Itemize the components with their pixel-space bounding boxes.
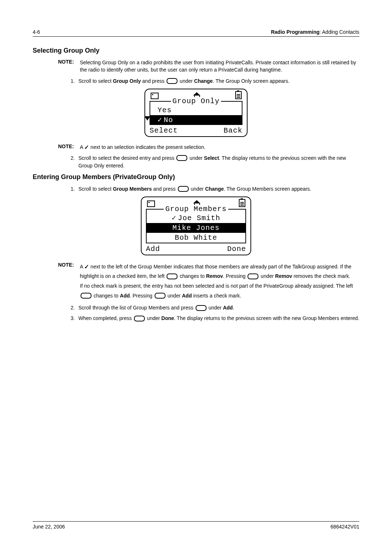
step-2: Scroll to select the desired entry and p… bbox=[76, 154, 359, 170]
softkey-icon bbox=[167, 274, 177, 279]
step-gm-1: Scroll to select Group Members and press… bbox=[76, 185, 359, 193]
section-entering-group-members: Entering Group Members (PrivateGroup Onl… bbox=[33, 173, 359, 181]
softkey-left: Add bbox=[146, 245, 160, 253]
option-yes: Yes bbox=[150, 105, 242, 115]
note-group-member-check: NOTE: A ✓ next to the left of the Group … bbox=[58, 262, 359, 300]
note-label: NOTE: bbox=[58, 262, 80, 300]
steps-group-members-2: Scroll through the list of Group Members… bbox=[76, 304, 359, 322]
note-text: A ✓ next to an selection indicates the p… bbox=[80, 143, 359, 151]
member-bob: Bob White bbox=[147, 233, 245, 243]
softkey-icon bbox=[176, 155, 187, 161]
lcd-group-members: Group Members Joe Smith Mike Jones Bob W… bbox=[33, 197, 359, 255]
footer-date: June 22, 2006 bbox=[33, 524, 65, 530]
step-gm-3: When completed, press under Done. The di… bbox=[76, 315, 359, 322]
note-label: NOTE: bbox=[58, 143, 80, 151]
member-mike-selected: Mike Jones bbox=[147, 223, 245, 233]
softkey-right: Back bbox=[224, 126, 242, 135]
softkey-left: Select bbox=[150, 126, 178, 135]
check-icon: ✓ bbox=[84, 145, 89, 150]
note-label: NOTE: bbox=[58, 59, 80, 74]
option-no-selected: No bbox=[150, 115, 242, 125]
lcd-title: Group Only bbox=[171, 97, 221, 105]
note-checkmark: NOTE: A ✓ next to an selection indicates… bbox=[58, 143, 359, 151]
section-selecting-group-only: Selecting Group Only bbox=[33, 47, 359, 54]
steps-group-only: Scroll to select Group Only and press un… bbox=[76, 77, 359, 85]
softkey-icon bbox=[155, 293, 166, 299]
member-joe: Joe Smith bbox=[147, 213, 245, 223]
step-gm-2: Scroll through the list of Group Members… bbox=[76, 304, 359, 312]
lcd-title: Group Members bbox=[164, 205, 228, 213]
softkey-icon bbox=[178, 186, 189, 192]
softkey-icon bbox=[81, 293, 91, 299]
softkey-icon bbox=[167, 78, 177, 84]
note-group-only: NOTE: Selecting Group Only on a radio pr… bbox=[58, 59, 359, 74]
header-title: Radio Programming: Adding Contacts bbox=[271, 29, 359, 35]
lcd-group-only: Group Only Yes No Select Back bbox=[33, 89, 359, 137]
steps-group-only-2: Scroll to select the desired entry and p… bbox=[76, 154, 359, 170]
note-text: A ✓ next to the left of the Group Member… bbox=[80, 262, 359, 300]
softkey-icon bbox=[134, 316, 145, 321]
note-text: Selecting Group Only on a radio prohibit… bbox=[80, 59, 359, 74]
steps-group-members: Scroll to select Group Members and press… bbox=[76, 185, 359, 193]
footer-docnum: 6864242V01 bbox=[331, 524, 359, 530]
softkey-icon bbox=[248, 274, 258, 279]
softkey-icon bbox=[196, 305, 207, 311]
page-header: 4-6 Radio Programming: Adding Contacts bbox=[33, 29, 359, 37]
check-icon: ✓ bbox=[84, 264, 89, 270]
page-footer: June 22, 2006 6864242V01 bbox=[33, 521, 359, 530]
step-1: Scroll to select Group Only and press un… bbox=[76, 77, 359, 85]
page-number: 4-6 bbox=[33, 29, 40, 35]
softkey-right: Done bbox=[227, 245, 246, 253]
